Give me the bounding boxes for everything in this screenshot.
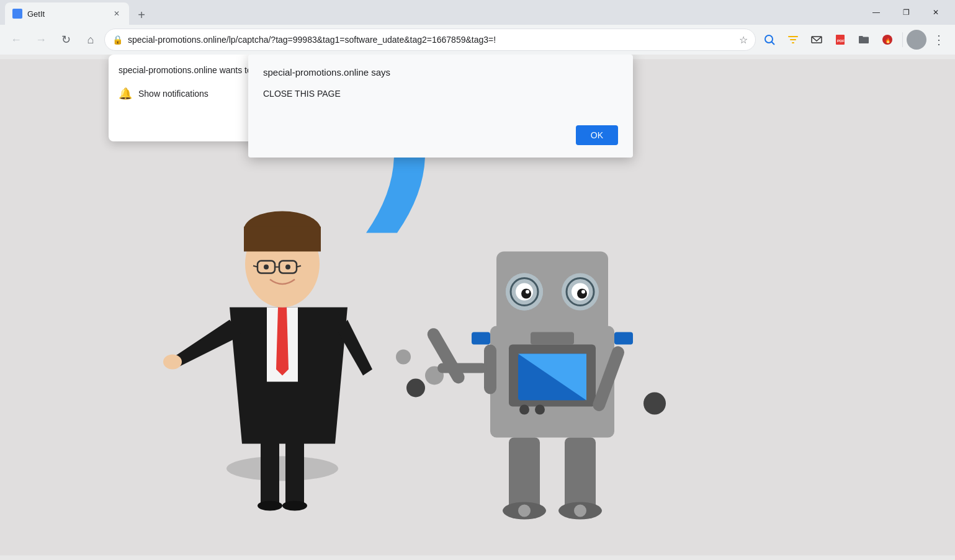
toolbar: ← → ↻ ⌂ 🔒 special-promotions.online/lp/c… <box>0 25 955 55</box>
svg-point-62 <box>396 350 411 365</box>
svg-rect-57 <box>565 438 596 512</box>
svg-text:🔥: 🔥 <box>885 37 891 43</box>
ext-mail-button[interactable] <box>805 29 828 51</box>
svg-point-19 <box>163 355 182 370</box>
svg-point-28 <box>264 265 269 270</box>
new-tab-button[interactable]: + <box>132 5 151 25</box>
svg-point-17 <box>282 501 307 511</box>
svg-point-11 <box>913 41 920 46</box>
svg-line-1 <box>772 42 775 45</box>
filter-ext-icon <box>787 33 799 46</box>
toolbar-extensions: PDF 🔥 ⋮ <box>758 29 950 51</box>
pdf-ext-icon: PDF <box>834 33 846 46</box>
permission-text: Show notifications <box>138 89 208 99</box>
svg-point-42 <box>526 290 529 294</box>
svg-rect-64 <box>437 363 487 373</box>
window-controls: — ❐ ✕ <box>862 2 950 22</box>
svg-rect-3 <box>790 39 796 40</box>
tab-title: GetIt <box>27 9 107 19</box>
search-extension-button[interactable] <box>758 29 781 51</box>
address-bar[interactable]: 🔒 special-promotions.online/lp/captcha/?… <box>104 29 756 51</box>
svg-point-52 <box>406 379 425 398</box>
ok-button[interactable]: OK <box>576 125 618 145</box>
active-tab[interactable]: GetIt ✕ <box>5 2 129 25</box>
alert-footer: OK <box>263 125 618 145</box>
svg-point-61 <box>574 505 586 517</box>
menu-dots-icon: ⋮ <box>933 32 945 47</box>
url-text: special-promotions.online/lp/captcha/?ta… <box>128 35 734 45</box>
svg-point-47 <box>581 290 585 294</box>
refresh-button[interactable]: ↻ <box>55 29 77 51</box>
back-icon: ← <box>11 33 22 47</box>
title-bar: GetIt ✕ + — ❐ ✕ <box>0 0 955 25</box>
folder-ext-icon <box>858 33 870 46</box>
minimize-button[interactable]: — <box>862 2 890 22</box>
tab-close-button[interactable]: ✕ <box>112 9 122 19</box>
svg-point-34 <box>519 405 529 415</box>
svg-rect-50 <box>531 332 574 345</box>
svg-point-0 <box>765 35 773 43</box>
home-button[interactable]: ⌂ <box>79 29 102 51</box>
close-button[interactable]: ✕ <box>921 2 950 22</box>
maximize-button[interactable]: ❐ <box>892 2 920 22</box>
ext-filter-button[interactable] <box>782 29 804 51</box>
search-ext-icon <box>763 33 776 46</box>
svg-point-46 <box>577 289 587 299</box>
alert-header: special-promotions.online says <box>263 67 618 78</box>
page-content: special-promotions.online wants to ✕ 🔔 S… <box>0 55 955 560</box>
star-icon[interactable]: ☆ <box>739 34 748 46</box>
tab-strip: GetIt ✕ + <box>5 0 862 25</box>
refresh-icon: ↻ <box>61 33 71 47</box>
svg-point-16 <box>258 501 282 511</box>
svg-rect-22 <box>244 227 321 252</box>
svg-rect-49 <box>614 332 633 345</box>
profile-button[interactable] <box>907 30 926 50</box>
red-ext-icon: 🔥 <box>881 33 894 46</box>
lock-icon: 🔒 <box>112 35 123 45</box>
svg-rect-2 <box>788 36 798 37</box>
mail-ext-icon <box>810 33 823 46</box>
ext-red-button[interactable]: 🔥 <box>876 29 899 51</box>
profile-icon <box>910 33 923 46</box>
ext-pdf-button[interactable]: PDF <box>829 29 851 51</box>
svg-point-35 <box>535 405 545 415</box>
back-button[interactable]: ← <box>5 29 27 51</box>
forward-button[interactable]: → <box>30 29 52 51</box>
svg-point-55 <box>643 393 666 415</box>
tab-favicon <box>12 9 22 19</box>
svg-point-41 <box>521 289 531 299</box>
svg-rect-56 <box>509 438 540 512</box>
svg-rect-48 <box>472 332 490 345</box>
alert-dialog: special-promotions.online says CLOSE THI… <box>248 55 633 158</box>
svg-rect-4 <box>792 42 794 43</box>
ext-folder-button[interactable] <box>853 29 875 51</box>
bell-icon: 🔔 <box>119 87 132 100</box>
svg-point-60 <box>518 505 531 517</box>
svg-point-10 <box>914 35 919 40</box>
popup-title: special-promotions.online wants to <box>119 64 252 77</box>
svg-text:PDF: PDF <box>837 39 845 43</box>
forward-icon: → <box>35 33 47 47</box>
svg-point-29 <box>285 265 290 270</box>
alert-message: CLOSE THIS PAGE <box>263 87 618 100</box>
home-icon: ⌂ <box>87 33 94 47</box>
menu-button[interactable]: ⋮ <box>928 29 950 51</box>
svg-point-13 <box>226 456 338 481</box>
browser-window: GetIt ✕ + — ❐ ✕ ← → ↻ ⌂ <box>0 0 955 560</box>
toolbar-divider <box>902 32 903 47</box>
